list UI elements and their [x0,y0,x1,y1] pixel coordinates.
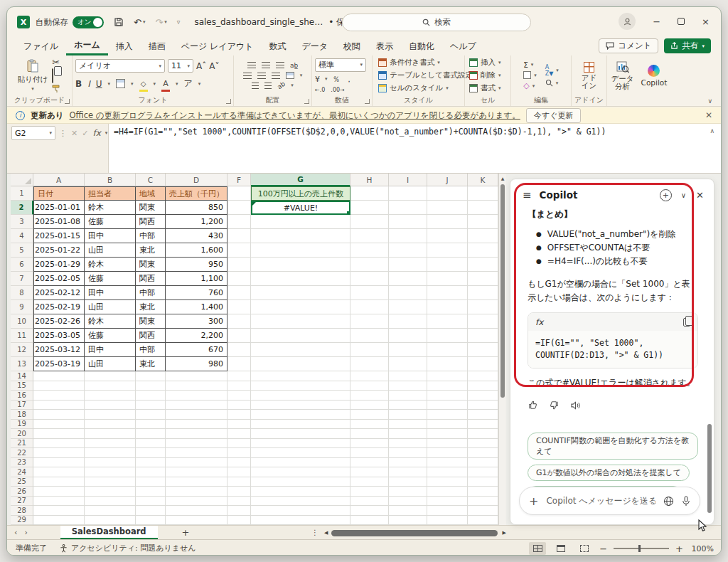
cell-D20[interactable] [166,429,228,439]
align-middle-button[interactable] [262,62,270,68]
copilot-scroll-thumb[interactable] [707,424,712,513]
cell-J2[interactable] [427,201,468,215]
row-header-11[interactable]: 11 [11,329,33,343]
cell-H2[interactable] [350,201,389,215]
cell-H8[interactable] [350,286,389,300]
page-break-view-button[interactable] [576,542,593,555]
maximize-button[interactable] [678,18,685,25]
cell-C20[interactable] [136,429,166,439]
cell-H18[interactable] [350,410,389,420]
orientation-button[interactable]: ab [276,80,287,91]
cell-B3[interactable]: 佐藤 [85,215,136,229]
cell-H6[interactable] [350,258,389,272]
cell-K5[interactable] [468,243,498,258]
row-header-17[interactable]: 17 [11,401,33,410]
cell-I12[interactable] [389,343,427,357]
cell-G6[interactable] [251,258,350,272]
cell-B14[interactable] [85,371,136,381]
cell-K18[interactable] [468,410,498,420]
cell-I1[interactable] [389,186,427,201]
cell-J1[interactable] [427,186,468,201]
cell-G5[interactable] [251,243,350,258]
cell-I5[interactable] [389,243,427,258]
cell-C18[interactable] [136,410,166,420]
row-header-21[interactable]: 21 [11,439,33,449]
cell-J29[interactable] [427,516,468,526]
cell-I25[interactable] [389,477,427,487]
cell-C4[interactable]: 中部 [136,229,166,243]
row-header-16[interactable]: 16 [11,391,33,401]
cell-K22[interactable] [468,448,498,458]
row-header-26[interactable]: 26 [11,487,33,497]
cell-F22[interactable] [228,448,251,458]
cell-J17[interactable] [427,401,468,410]
cell-J6[interactable] [427,258,468,272]
cell-B23[interactable] [85,458,136,468]
tab-view[interactable]: 表示 [368,38,401,55]
cell-F8[interactable] [228,286,251,300]
close-notification-icon[interactable]: ✕ [705,110,712,120]
row-header-18[interactable]: 18 [11,410,33,420]
row-header-6[interactable]: 6 [11,258,33,272]
italic-button[interactable]: I [87,79,90,89]
cell-D2[interactable]: 850 [166,201,228,215]
cell-D11[interactable]: 2,200 [166,329,228,343]
cell-A28[interactable] [33,506,85,516]
save-button[interactable] [114,17,124,27]
sort-filter-button[interactable]: AZ▼▾ [545,64,559,77]
cell-K2[interactable] [468,201,498,215]
cell-K3[interactable] [468,215,498,229]
cell-J3[interactable] [427,215,468,229]
cell-D13[interactable]: 980 [166,357,228,371]
cell-G3[interactable] [251,215,350,229]
cell-C19[interactable] [136,420,166,430]
cell-G15[interactable] [251,381,350,391]
cell-G20[interactable] [251,429,350,439]
cell-C12[interactable]: 中部 [136,343,166,357]
cell-G22[interactable] [251,448,350,458]
column-header-F[interactable]: F [228,174,251,186]
cell-D8[interactable]: 760 [166,286,228,300]
cell-B13[interactable]: 山田 [85,357,136,371]
align-right-button[interactable] [272,73,280,79]
cell-K1[interactable] [468,186,498,201]
cell-G12[interactable] [251,343,350,357]
cell-A19[interactable] [33,420,85,430]
cell-D27[interactable] [166,497,228,507]
insert-cells-button[interactable]: 挿入▾ [469,58,501,68]
cell-I22[interactable] [389,448,427,458]
cell-J20[interactable] [427,429,468,439]
tab-page-layout[interactable]: ページ レイアウト [173,38,262,55]
accessibility-status[interactable]: アクセシビリティ: 問題ありません [60,543,196,553]
row-header-19[interactable]: 19 [11,420,33,430]
zoom-out-button[interactable]: − [599,544,607,554]
cell-J19[interactable] [427,420,468,430]
cell-J8[interactable] [427,286,468,300]
cell-K17[interactable] [468,401,498,410]
cell-K4[interactable] [468,229,498,243]
wrap-text-button[interactable]: ab̲ [290,62,298,69]
cell-I4[interactable] [389,229,427,243]
cell-I16[interactable] [389,391,427,401]
cell-A9[interactable]: 2025-02-19 [33,300,85,314]
prev-sheet-arrow[interactable]: ‹ [7,528,24,537]
scroll-up-arrow[interactable]: ▲ [499,174,506,181]
cell-H7[interactable] [350,272,389,286]
cell-I26[interactable] [389,487,427,497]
tab-data[interactable]: データ [294,38,336,55]
cell-G1[interactable]: 100万円以上の売上件数 [251,186,350,201]
cell-I21[interactable] [389,439,427,449]
cell-A17[interactable] [33,401,85,410]
cell-D12[interactable]: 670 [166,343,228,357]
cell-G18[interactable] [251,410,350,420]
cell-B10[interactable]: 鈴木 [85,314,136,329]
scroll-left-arrow[interactable]: ◀ [324,530,328,536]
cell-A6[interactable]: 2025-01-29 [33,258,85,272]
cell-D15[interactable] [166,381,228,391]
cell-B8[interactable]: 田中 [85,286,136,300]
phonetic-guide-button[interactable]: ア [184,78,193,90]
cell-K9[interactable] [468,300,498,314]
formula-input[interactable]: =H4=IF(G1="","Set 1000",COUNTIF(OFFSET($… [114,127,702,137]
cell-I18[interactable] [389,410,427,420]
cell-J10[interactable] [427,314,468,329]
